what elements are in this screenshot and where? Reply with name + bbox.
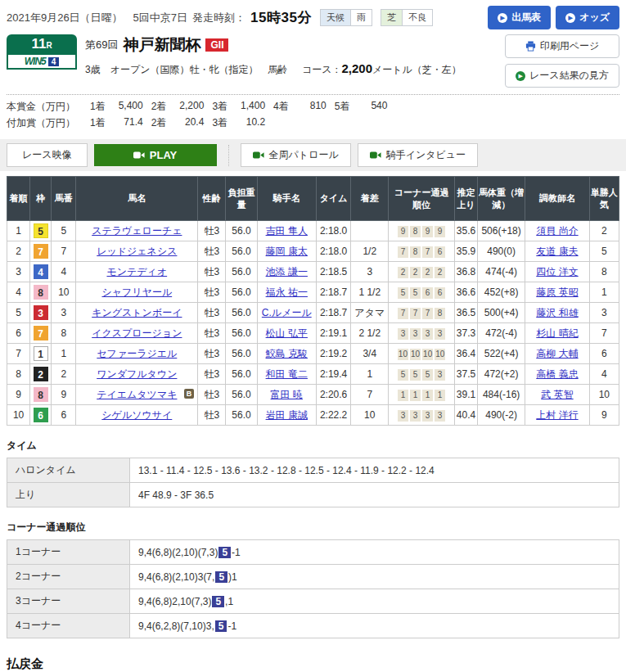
trainer-name-link[interactable]: 高柳 大輔 <box>536 348 578 359</box>
horse-number: 10 <box>52 282 76 303</box>
corner-position-box: 3 <box>422 328 433 340</box>
trainer-name-link[interactable]: 須貝 尚介 <box>536 225 578 237</box>
results-header-cell: 性齢 <box>198 177 226 221</box>
corner-order-pre: 9,4(6,8)2,10(7,3) <box>138 596 211 607</box>
jockey-name-link[interactable]: 鮫島 克駿 <box>266 348 308 359</box>
horse-name-link[interactable]: レッドジェネシス <box>97 246 177 257</box>
print-page-button[interactable]: 印刷用ページ <box>505 34 619 58</box>
jockey-interview-button[interactable]: 騎手インタビュー <box>358 143 478 167</box>
jockey-name-link[interactable]: 岩田 康誠 <box>266 409 308 421</box>
trainer-name-link[interactable]: 友道 康夫 <box>536 246 578 257</box>
trainer-cell: 藤沢 和雄 <box>525 303 589 323</box>
frame-number-badge: 2 <box>34 367 48 381</box>
frame-number-badge: 8 <box>34 387 48 402</box>
result-guide-button[interactable]: ▶ レース結果の見方 <box>505 64 619 88</box>
jockey-name-link[interactable]: 富田 暁 <box>271 389 303 400</box>
jockey-name-link[interactable]: 和田 竜二 <box>266 368 308 380</box>
patrol-video-button[interactable]: 全周パトロール <box>241 143 351 167</box>
jockey-interview-label: 騎手インタビュー <box>386 148 466 162</box>
race-title: 神戸新聞杯 <box>123 34 200 56</box>
corner-row: 4コーナー9,4(6,2,8)(7,10)3,5-1 <box>7 614 619 638</box>
result-row: 711セファーラジエル牡356.0鮫島 克駿2:19.23/4101010103… <box>7 344 619 364</box>
horse-name-link[interactable]: ステラヴェローチェ <box>92 225 182 237</box>
corner-table: 1コーナー9,4(6,8)(2,10)(7,3)5-12コーナー9,4(6,8)… <box>7 539 619 638</box>
jockey-name-link[interactable]: 松山 弘平 <box>266 327 308 339</box>
corner-position-box: 7 <box>422 246 433 258</box>
trainer-name-link[interactable]: 杉山 晴紀 <box>536 327 578 339</box>
trainer-cell: 武 英智 <box>525 385 589 405</box>
horse-name-link[interactable]: テイエムタツマキ <box>97 389 177 400</box>
race-title-prefix: 第69回 <box>85 38 118 52</box>
finish-position: 10 <box>7 405 30 426</box>
result-guide-label: レース結果の見方 <box>529 69 609 83</box>
horse-name-link[interactable]: シャフリヤール <box>101 286 172 298</box>
race-badge-column: 11R WIN5 4 <box>7 34 77 88</box>
video-camera-icon <box>253 151 264 159</box>
trainer-name-link[interactable]: 上村 洋行 <box>536 409 578 421</box>
horse-number: 8 <box>52 323 76 344</box>
corner-position-box: 7 <box>398 308 408 319</box>
margin: 2 1/2 <box>351 323 389 344</box>
corner-position-box: 1 <box>398 390 408 401</box>
time-row-value: 13.1 - 11.4 - 12.5 - 13.6 - 13.2 - 12.8 … <box>130 458 619 483</box>
margin: 1 1/2 <box>351 282 389 303</box>
finish-time: 2:18.0 <box>316 221 350 241</box>
carried-weight: 56.0 <box>226 221 257 241</box>
odds-button[interactable]: ▶ オッズ <box>556 6 619 29</box>
turf-label: 芝 <box>381 10 403 25</box>
trainer-cell: 高柳 大輔 <box>525 344 589 364</box>
horse-name-link[interactable]: シゲルソウサイ <box>101 409 172 421</box>
corner-position-box: 2 <box>422 267 433 278</box>
horse-name-link[interactable]: イクスプロージョン <box>92 327 182 339</box>
race-number: 11 <box>31 36 46 52</box>
win-popularity: 4 <box>589 364 619 385</box>
horse-weight: 474(-4) <box>477 262 525 282</box>
jockey-name-link[interactable]: 吉田 隼人 <box>266 225 308 237</box>
start-time-label: 発走時刻： <box>192 11 245 25</box>
horse-weight: 500(+4) <box>477 303 525 323</box>
sex-age: 牡3 <box>198 221 226 241</box>
corner-position-box: 9 <box>422 226 433 237</box>
trainer-name-link[interactable]: 藤沢 和雄 <box>536 307 578 318</box>
corner-position-box: 6 <box>422 287 433 299</box>
horse-name-link[interactable]: セファーラジエル <box>97 348 177 359</box>
frame-number-badge: 7 <box>34 244 48 259</box>
horse-name-cell: ワンダフルタウン <box>76 364 198 385</box>
trainer-name-link[interactable]: 武 英智 <box>541 389 573 400</box>
trainer-name-link[interactable]: 藤原 英昭 <box>536 286 578 298</box>
corner-order-pre: 9,4(6,2,8)(7,10)3, <box>138 620 214 632</box>
jockey-name-link[interactable]: 福永 祐一 <box>266 286 308 298</box>
racecard-button[interactable]: ▶ 出馬表 <box>488 6 551 29</box>
trainer-cell: 四位 洋文 <box>525 262 589 282</box>
corner-position-box: 5 <box>410 287 421 299</box>
carried-weight: 56.0 <box>226 323 257 344</box>
trainer-cell: 藤原 英昭 <box>525 282 589 303</box>
trainer-name-link[interactable]: 四位 洋文 <box>536 266 578 277</box>
jockey-name-link[interactable]: C.ルメール <box>262 307 312 318</box>
grade-badge: GII <box>205 38 228 52</box>
jockey-name-link[interactable]: 池添 謙一 <box>266 266 308 277</box>
prize-added-label: 付加賞（万円） <box>7 116 82 130</box>
horse-number: 2 <box>52 364 76 385</box>
horse-name-link[interactable]: モンテディオ <box>106 266 167 277</box>
win-popularity: 5 <box>589 241 619 262</box>
jockey-cell: 池添 謙一 <box>257 262 316 282</box>
horse-name-link[interactable]: ワンダフルタウン <box>97 368 177 380</box>
finish-position: 3 <box>7 262 30 282</box>
trainer-name-link[interactable]: 高橋 義忠 <box>536 368 578 380</box>
finish-position: 8 <box>7 364 30 385</box>
frame-number-badge: 8 <box>34 285 48 300</box>
jockey-cell: 鮫島 克駿 <box>257 344 316 364</box>
jockey-name-link[interactable]: 藤岡 康太 <box>266 246 308 257</box>
play-button-label: PLAY <box>150 149 177 161</box>
corner-position-box: 1 <box>435 390 445 401</box>
corner-position-box: 7 <box>410 308 421 319</box>
play-button[interactable]: PLAY <box>94 144 217 166</box>
corner-position-box: 5 <box>398 369 408 381</box>
horse-name-link[interactable]: キングストンボーイ <box>92 307 182 318</box>
time-table: ハロンタイム13.1 - 11.4 - 12.5 - 13.6 - 13.2 -… <box>7 458 619 507</box>
corner-positions: 1111 <box>389 385 454 405</box>
side-buttons: 印刷用ページ ▶ レース結果の見方 <box>505 34 619 88</box>
corner-positions: 2222 <box>389 262 454 282</box>
result-row: 344モンテディオ牡356.0池添 謙一2:18.53222236.8474(-… <box>7 262 619 282</box>
